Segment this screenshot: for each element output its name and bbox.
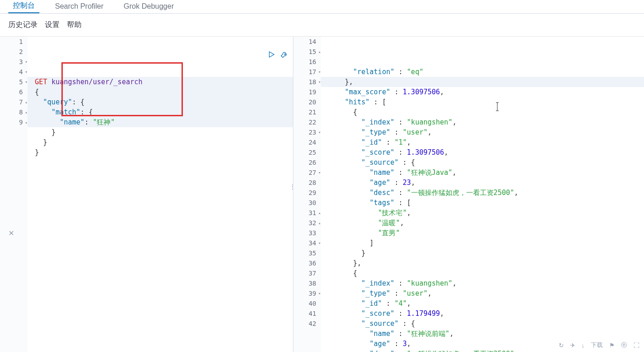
tab-grok-debugger[interactable]: Grok Debugger bbox=[119, 2, 178, 13]
run-icon[interactable] bbox=[267, 50, 275, 60]
top-tabbar: 控制台 Search Profiler Grok Debugger bbox=[0, 0, 644, 14]
subnav-settings[interactable]: 设置 bbox=[45, 20, 60, 30]
expand-icon[interactable]: ⛶ bbox=[633, 342, 639, 349]
request-gutter: 123456789 bbox=[0, 37, 28, 352]
bottom-toolbar: ↻ ✈ ↓ 下载 ⚑ ⓔ ⛶ bbox=[559, 341, 640, 349]
close-icon[interactable]: ✕ bbox=[8, 229, 14, 238]
request-actions bbox=[267, 50, 288, 60]
response-viewer[interactable]: "relation" : "eq" }, "max_score" : 1.309… bbox=[321, 37, 644, 352]
request-editor[interactable]: GET kuangshen/user/_search{ "query": { "… bbox=[28, 37, 293, 352]
wrench-icon[interactable] bbox=[280, 50, 288, 60]
browser-icon[interactable]: ⓔ bbox=[621, 341, 627, 349]
editor-panes: 123456789 GET kuangshen/user/_search{ "q… bbox=[0, 36, 644, 352]
send-icon[interactable]: ✈ bbox=[570, 342, 575, 349]
tab-search-profiler[interactable]: Search Profiler bbox=[50, 2, 108, 13]
subnav-history[interactable]: 历史记录 bbox=[8, 20, 38, 30]
svg-marker-0 bbox=[270, 52, 275, 57]
response-viewer-pane: 1415161718192021222324252627282930313233… bbox=[293, 37, 644, 352]
download-button[interactable]: 下载 bbox=[591, 341, 603, 349]
pane-resize-handle[interactable]: ⋮ bbox=[289, 183, 296, 190]
arrow-down-icon[interactable]: ↓ bbox=[582, 342, 585, 349]
tab-console[interactable]: 控制台 bbox=[8, 1, 39, 13]
response-gutter: 1415161718192021222324252627282930313233… bbox=[293, 37, 321, 352]
sub-navbar: 历史记录 设置 帮助 bbox=[0, 14, 644, 36]
refresh-icon[interactable]: ↻ bbox=[559, 342, 564, 349]
flag-icon[interactable]: ⚑ bbox=[609, 342, 615, 349]
request-editor-pane: 123456789 GET kuangshen/user/_search{ "q… bbox=[0, 37, 293, 352]
subnav-help[interactable]: 帮助 bbox=[67, 20, 82, 30]
